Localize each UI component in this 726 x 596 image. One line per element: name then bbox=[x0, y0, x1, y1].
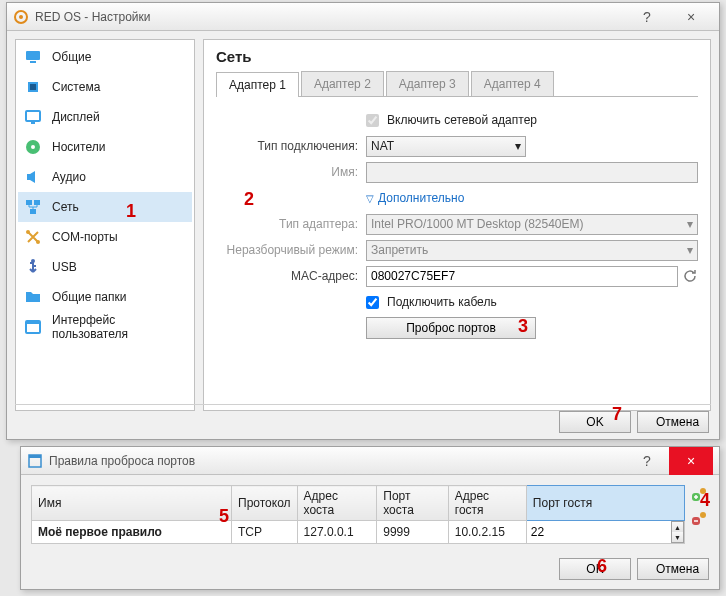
ok-button[interactable]: OK bbox=[559, 411, 631, 433]
sidebar-label: Система bbox=[52, 80, 100, 94]
svg-rect-3 bbox=[30, 61, 36, 63]
rules-table-wrap: Имя Протокол Адрес хоста Порт хоста Адре… bbox=[31, 485, 709, 544]
display-icon bbox=[24, 108, 42, 126]
sidebar-label: USB bbox=[52, 260, 77, 274]
tab-adapter1[interactable]: Адаптер 1 bbox=[216, 72, 299, 97]
window-icon bbox=[27, 453, 43, 469]
port-rules-window: Правила проброса портов ? × Имя Протокол… bbox=[20, 446, 720, 590]
table-header-row: Имя Протокол Адрес хоста Порт хоста Адре… bbox=[32, 486, 685, 521]
rules-body: Имя Протокол Адрес хоста Порт хоста Адре… bbox=[21, 475, 719, 590]
rules-table: Имя Протокол Адрес хоста Порт хоста Адре… bbox=[31, 485, 685, 544]
adapter-type-label: Тип адаптера: bbox=[216, 217, 366, 231]
sidebar-label: Интерфейс пользователя bbox=[52, 313, 186, 341]
refresh-icon[interactable] bbox=[682, 268, 698, 284]
sidebar-item-network[interactable]: Сеть bbox=[18, 192, 192, 222]
cell-host-port[interactable]: 9999 bbox=[377, 521, 449, 544]
rules-help-button[interactable]: ? bbox=[625, 447, 669, 475]
content-panel: Сеть Адаптер 1 Адаптер 2 Адаптер 3 Адапт… bbox=[203, 39, 711, 411]
chip-icon bbox=[24, 78, 42, 96]
sidebar-item-usb[interactable]: USB bbox=[18, 252, 192, 282]
audio-icon bbox=[24, 168, 42, 186]
mac-input[interactable] bbox=[366, 266, 678, 287]
svg-rect-5 bbox=[30, 84, 36, 90]
settings-window: RED OS - Настройки ? × Общие Система Дис… bbox=[6, 2, 720, 440]
port-forward-button[interactable]: Проброс портов bbox=[366, 317, 536, 339]
cell-guest-port[interactable]: ▲▼ bbox=[526, 521, 684, 544]
tab-adapter3[interactable]: Адаптер 3 bbox=[386, 71, 469, 96]
window-title: RED OS - Настройки bbox=[35, 10, 625, 24]
conn-type-label: Тип подключения: bbox=[216, 139, 366, 153]
cell-protocol[interactable]: TCP bbox=[232, 521, 298, 544]
svg-rect-7 bbox=[31, 122, 35, 124]
sidebar-label: Носители bbox=[52, 140, 105, 154]
cell-guest-ip[interactable]: 10.0.2.15 bbox=[448, 521, 526, 544]
col-guest-port[interactable]: Порт гостя bbox=[526, 486, 684, 521]
svg-point-15 bbox=[31, 259, 35, 263]
name-label: Имя: bbox=[216, 165, 366, 179]
sidebar-item-system[interactable]: Система bbox=[18, 72, 192, 102]
sidebar-label: Общие папки bbox=[52, 290, 126, 304]
add-rule-button[interactable] bbox=[689, 485, 709, 505]
sidebar-item-general[interactable]: Общие bbox=[18, 42, 192, 72]
monitor-icon bbox=[24, 48, 42, 66]
mac-label: MAC-адрес: bbox=[216, 269, 366, 283]
triangle-down-icon: ▽ bbox=[366, 193, 374, 204]
remove-rule-button[interactable] bbox=[689, 509, 709, 529]
spin-up-icon[interactable]: ▲ bbox=[672, 522, 683, 532]
spinner[interactable]: ▲▼ bbox=[671, 521, 684, 543]
svg-point-23 bbox=[700, 512, 706, 518]
cell-host-ip[interactable]: 127.0.0.1 bbox=[297, 521, 377, 544]
sidebar-label: Дисплей bbox=[52, 110, 100, 124]
col-guest-ip[interactable]: Адрес гостя bbox=[448, 486, 526, 521]
sidebar-item-serial[interactable]: COM-порты bbox=[18, 222, 192, 252]
cell-name[interactable]: Моё первое правило bbox=[32, 521, 232, 544]
svg-rect-10 bbox=[26, 200, 32, 205]
usb-icon bbox=[24, 258, 42, 276]
enable-adapter-checkbox[interactable] bbox=[366, 114, 379, 127]
sidebar-item-audio[interactable]: Аудио bbox=[18, 162, 192, 192]
sidebar-label: Аудио bbox=[52, 170, 86, 184]
rules-footer: OK Отмена bbox=[31, 558, 709, 580]
col-host-ip[interactable]: Адрес хоста bbox=[297, 486, 377, 521]
svg-point-1 bbox=[19, 15, 23, 19]
tab-adapter4[interactable]: Адаптер 4 bbox=[471, 71, 554, 96]
rules-ok-button[interactable]: OK bbox=[559, 558, 631, 580]
rules-close-button[interactable]: × bbox=[669, 447, 713, 475]
sidebar-item-storage[interactable]: Носители bbox=[18, 132, 192, 162]
cable-checkbox[interactable] bbox=[366, 296, 379, 309]
section-title: Сеть bbox=[216, 48, 698, 65]
svg-rect-6 bbox=[26, 111, 40, 121]
chevron-down-icon: ▾ bbox=[687, 243, 693, 257]
table-row[interactable]: Моё первое правило TCP 127.0.0.1 9999 10… bbox=[32, 521, 685, 544]
spin-down-icon[interactable]: ▼ bbox=[672, 532, 683, 542]
svg-rect-2 bbox=[26, 51, 40, 60]
col-host-port[interactable]: Порт хоста bbox=[377, 486, 449, 521]
rules-cancel-button[interactable]: Отмена bbox=[637, 558, 709, 580]
sidebar-item-ui[interactable]: Интерфейс пользователя bbox=[18, 312, 192, 342]
folder-icon bbox=[24, 288, 42, 306]
enable-adapter-label: Включить сетевой адаптер bbox=[387, 113, 537, 127]
separator bbox=[15, 404, 711, 405]
serial-icon bbox=[24, 228, 42, 246]
col-name[interactable]: Имя bbox=[32, 486, 232, 521]
svg-rect-19 bbox=[29, 455, 41, 458]
rules-tools bbox=[689, 485, 709, 544]
title-buttons: ? × bbox=[625, 3, 713, 31]
close-button[interactable]: × bbox=[669, 3, 713, 31]
tab-adapter2[interactable]: Адаптер 2 bbox=[301, 71, 384, 96]
sidebar-item-shared[interactable]: Общие папки bbox=[18, 282, 192, 312]
cancel-button[interactable]: Отмена bbox=[637, 411, 709, 433]
sidebar-label: Сеть bbox=[52, 200, 79, 214]
guest-port-input[interactable] bbox=[531, 524, 671, 540]
advanced-toggle[interactable]: ▽Дополнительно bbox=[366, 191, 464, 205]
chevron-down-icon: ▾ bbox=[515, 139, 521, 153]
col-protocol[interactable]: Протокол bbox=[232, 486, 298, 521]
sidebar-item-display[interactable]: Дисплей bbox=[18, 102, 192, 132]
help-button[interactable]: ? bbox=[625, 3, 669, 31]
conn-type-select[interactable]: NAT▾ bbox=[366, 136, 526, 157]
cable-label: Подключить кабель bbox=[387, 295, 497, 309]
disk-icon bbox=[24, 138, 42, 156]
rules-title: Правила проброса портов bbox=[49, 454, 625, 468]
svg-point-13 bbox=[26, 230, 30, 234]
gear-icon bbox=[13, 9, 29, 25]
